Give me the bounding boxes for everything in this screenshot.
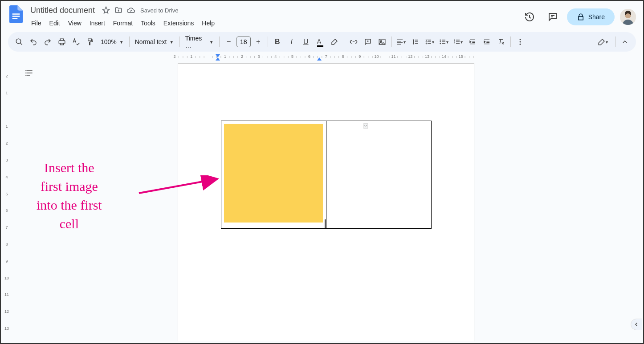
share-button[interactable]: Share [567,8,615,25]
spellcheck-icon[interactable] [69,35,83,49]
paragraph-style-select[interactable]: Normal text▼ [132,36,177,47]
annotation-line: cell [37,214,102,233]
align-button[interactable]: ▾ [395,35,408,49]
increase-indent-button[interactable] [480,35,493,49]
menu-help[interactable]: Help [198,18,218,28]
title-row: Untitled document Saved to Drive [28,4,521,17]
history-icon[interactable] [521,8,538,26]
header-right: Share [521,4,636,26]
annotation-line: Insert the [37,158,102,177]
menu-view[interactable]: View [65,18,85,28]
separator [179,36,180,47]
separator [344,36,344,47]
annotation-line: into the first [37,196,102,214]
add-comment-button[interactable] [361,35,375,49]
saved-status-text: Saved to Drive [140,7,178,14]
decrease-indent-button[interactable] [466,35,479,49]
vertical-ruler[interactable]: 2112345678910111213 [3,58,11,341]
svg-rect-1 [12,16,20,17]
document-canvas[interactable] [11,58,641,341]
header: Untitled document Saved to Drive File Ed… [1,1,643,29]
toolbar: 100%▼ Normal text▼ Times …▼ − 18 + B I U… [8,32,636,52]
cloud-saved-icon[interactable] [127,6,135,14]
inserted-image[interactable] [224,124,323,223]
insert-link-button[interactable] [347,35,360,49]
separator [129,36,130,47]
separator [615,36,615,47]
comments-icon[interactable] [544,8,562,26]
print-icon[interactable] [55,35,69,49]
undo-icon[interactable] [27,35,40,49]
paint-format-icon[interactable] [84,35,97,49]
svg-point-15 [519,41,521,43]
line-spacing-button[interactable] [409,35,422,49]
star-icon[interactable] [102,6,110,14]
redo-icon[interactable] [41,35,54,49]
zoom-select[interactable]: 100%▼ [98,36,126,47]
svg-point-10 [440,43,441,45]
chevron-down-icon: ▼ [169,40,174,45]
increase-font-size-button[interactable]: + [252,35,265,49]
move-folder-icon[interactable] [114,6,122,14]
italic-button[interactable]: I [285,35,298,49]
separator [219,36,220,47]
annotation-line: first image [37,177,102,196]
font-select[interactable]: Times …▼ [183,33,216,51]
lock-icon [577,13,585,21]
menu-format[interactable]: Format [110,18,136,28]
docs-logo-icon[interactable] [8,4,24,25]
side-panel-toggle[interactable] [631,319,642,330]
svg-point-8 [440,40,441,41]
svg-line-91 [139,179,217,193]
toolbar-container: 100%▼ Normal text▼ Times …▼ − 18 + B I U… [1,29,643,52]
svg-point-5 [16,39,21,44]
separator [268,36,268,47]
document-title[interactable]: Untitled document [28,5,98,16]
svg-point-7 [380,40,382,42]
user-avatar[interactable] [620,9,636,25]
bulleted-list-button[interactable]: ▾ [437,35,451,49]
chevron-down-icon: ▾ [446,40,448,45]
search-menus-icon[interactable] [12,35,26,49]
menu-bar: File Edit View Insert Format Tools Exten… [28,17,521,29]
svg-rect-2 [12,18,18,19]
text-color-button[interactable]: A [314,35,327,49]
document-table[interactable] [221,121,432,229]
font-size-input[interactable]: 18 [236,36,251,47]
table-cell-2[interactable] [326,121,432,229]
menu-file[interactable]: File [28,18,45,28]
toolbar-right: ▾ [593,35,632,49]
share-label: Share [588,13,605,20]
highlight-color-button[interactable] [328,35,341,49]
svg-point-14 [519,39,521,40]
editing-mode-button[interactable]: ▾ [593,35,612,49]
chevron-down-icon: ▾ [404,40,406,45]
menu-edit[interactable]: Edit [46,18,64,28]
decrease-font-size-button[interactable]: − [222,35,236,49]
svg-rect-0 [12,13,20,15]
image-options-handle[interactable] [363,123,368,129]
clear-formatting-button[interactable] [494,35,508,49]
bold-button[interactable]: B [271,35,284,49]
insert-image-button[interactable] [375,35,389,49]
table-cell-1[interactable] [221,121,326,229]
menu-insert[interactable]: Insert [86,18,109,28]
page[interactable] [178,63,474,341]
chevron-down-icon: ▾ [606,40,608,45]
svg-point-16 [519,44,521,45]
collapse-toolbar-button[interactable] [618,35,632,49]
svg-point-9 [440,41,441,43]
header-main: Untitled document Saved to Drive File Ed… [28,4,521,29]
annotation-arrow [138,175,227,202]
separator [510,36,511,47]
more-toolbar-icon[interactable] [514,35,527,49]
chevron-down-icon: ▾ [432,40,434,45]
chevron-down-icon: ▼ [209,40,214,45]
text-cursor [325,219,326,228]
chevron-down-icon: ▼ [119,40,124,45]
underline-button[interactable]: U [299,35,313,49]
menu-tools[interactable]: Tools [137,18,159,28]
numbered-list-button[interactable]: 123▾ [452,35,465,49]
checklist-button[interactable]: ▾ [423,35,436,49]
menu-extensions[interactable]: Extensions [160,18,197,28]
